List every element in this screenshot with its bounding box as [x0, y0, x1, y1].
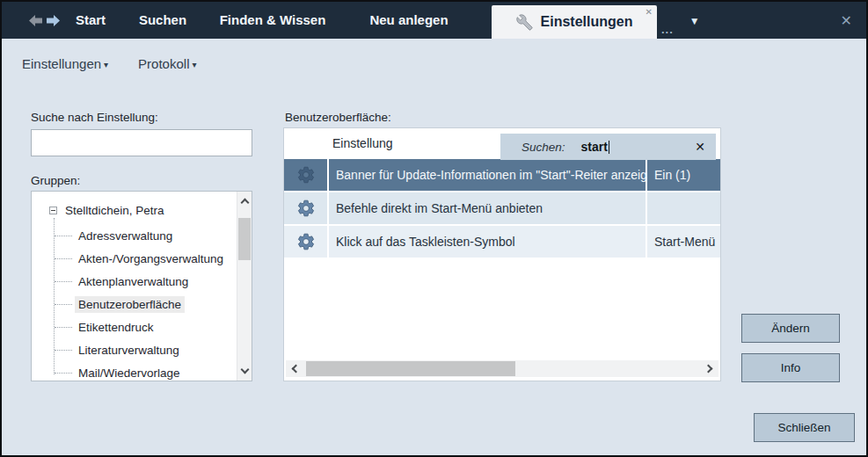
table-row-banner-update[interactable]: Banner für Update-Informationen im "Star… [284, 159, 720, 192]
search-close-icon[interactable]: ✕ [695, 140, 705, 154]
chevron-down-icon: ▾ [104, 60, 108, 69]
tab-suchen[interactable]: Suchen [119, 2, 207, 39]
setting-search-input[interactable] [31, 129, 252, 156]
menu-bar: Einstellungen ▾ Protokoll ▾ [22, 56, 197, 71]
setting-cell-icon [284, 226, 329, 258]
scroll-left-icon[interactable] [292, 365, 301, 374]
text-cursor [609, 141, 609, 154]
tree-item-label: Adressverwaltung [75, 228, 176, 244]
tree-item-label: Literaturverwaltung [75, 342, 183, 359]
groups-tree: Stelltdichein, Petra Adressverwaltung Ak… [31, 191, 252, 381]
menu-label: Einstellungen [22, 56, 101, 71]
scroll-up-icon[interactable] [241, 199, 250, 207]
close-button[interactable]: Schließen [754, 413, 855, 442]
setting-name: Befehle direkt im Start-Menü anbieten [329, 192, 646, 224]
tab-finden-wissen[interactable]: Finden & Wissen [207, 2, 339, 39]
tab-dropdown-icon[interactable]: ▼ [689, 15, 700, 27]
table-horizontal-scrollbar[interactable] [286, 360, 718, 377]
setting-value: Start-Menü [646, 226, 720, 258]
menu-einstellungen[interactable]: Einstellungen ▾ [22, 56, 108, 71]
tab-overflow-dots: ... [661, 23, 674, 36]
tree-item-label: Etikettendruck [75, 319, 157, 336]
setting-value [646, 192, 720, 224]
tree-item-label: Akten-/Vorgangsverwaltung [75, 250, 227, 267]
tab-neu-anlegen[interactable]: Neu anlegen [347, 2, 470, 39]
table-search-label: Suchen: [522, 141, 565, 154]
collapse-minus-icon[interactable] [49, 207, 57, 214]
tree-item-mail-wiedervorlage[interactable]: Mail/Wiedervorlage [32, 361, 184, 381]
settings-table: Einstellung Suchen: start ✕ Banner für U… [283, 127, 721, 381]
table-row-taskleisten-symbol[interactable]: Klick auf das Taskleisten-Symbol Start-M… [284, 226, 720, 258]
application-window: Start Suchen Finden & Wissen Neu anlegen… [0, 0, 868, 457]
gear-icon [296, 199, 316, 218]
wrench-icon [516, 14, 533, 31]
tree-item-benutzeroberflaeche[interactable]: Benutzeroberfläche [32, 293, 185, 316]
gear-icon [296, 165, 316, 185]
chevron-down-icon: ▾ [192, 60, 196, 69]
tree-item-akten-vorgangsverwaltung[interactable]: Akten-/Vorgangsverwaltung [32, 247, 227, 270]
window-close-icon[interactable]: ✕ [841, 12, 852, 29]
tab-bar: Start Suchen Finden & Wissen Neu anlegen… [2, 2, 866, 39]
menu-label: Protokoll [138, 56, 189, 71]
tree-item-adressverwaltung[interactable]: Adressverwaltung [32, 224, 176, 247]
tree-item-etikettendruck[interactable]: Etikettendruck [32, 316, 157, 338]
tree-item-aktenplanverwaltung[interactable]: Aktenplanverwaltung [32, 270, 192, 293]
active-tab-label: Einstellungen [541, 5, 633, 39]
table-search-value[interactable]: start [581, 140, 608, 154]
setting-cell-icon [284, 159, 329, 191]
scroll-down-icon[interactable] [241, 366, 250, 374]
column-header-einstellung[interactable]: Einstellung [332, 136, 393, 150]
tab-einstellungen-active[interactable]: Einstellungen ✕ [492, 5, 657, 39]
tree-item-label: Benutzeroberfläche [75, 296, 185, 313]
tree-item-label: Aktenplanverwaltung [75, 273, 192, 290]
nav-arrows [28, 14, 61, 27]
setting-value: Ein (1) [646, 159, 720, 191]
setting-name: Banner für Update-Informationen im "Star… [329, 159, 646, 191]
tree-root-item[interactable]: Stelltdichein, Petra [32, 200, 164, 220]
tree-item-label: Mail/Wiedervorlage [75, 365, 184, 381]
forward-arrow-icon[interactable] [46, 14, 61, 27]
setting-name: Klick auf das Taskleisten-Symbol [329, 226, 646, 258]
scroll-right-icon[interactable] [704, 365, 713, 374]
tab-close-icon[interactable]: ✕ [646, 7, 653, 18]
change-button[interactable]: Ändern [741, 314, 840, 343]
tree-vertical-scrollbar[interactable] [237, 192, 252, 381]
settings-group-label: Benutzeroberfläche: [285, 111, 391, 124]
info-button[interactable]: Info [741, 353, 840, 382]
tree-root-label: Stelltdichein, Petra [65, 204, 164, 217]
tree-content: Stelltdichein, Petra Adressverwaltung Ak… [32, 192, 237, 381]
table-search-box[interactable]: Suchen: start ✕ [500, 134, 716, 160]
groups-label: Gruppen: [31, 174, 80, 187]
tab-start[interactable]: Start [62, 2, 119, 39]
menu-protokoll[interactable]: Protokoll ▾ [138, 56, 196, 71]
scrollbar-thumb[interactable] [238, 218, 251, 260]
setting-cell-icon [284, 192, 329, 224]
search-setting-label: Suche nach Einstellung: [31, 111, 158, 124]
table-row-befehle-startmenu[interactable]: Befehle direkt im Start-Menü anbieten [284, 192, 720, 225]
scrollbar-thumb[interactable] [306, 361, 515, 376]
gear-icon [296, 232, 316, 251]
tree-item-literaturverwaltung[interactable]: Literaturverwaltung [32, 338, 183, 361]
back-arrow-icon[interactable] [28, 14, 43, 27]
